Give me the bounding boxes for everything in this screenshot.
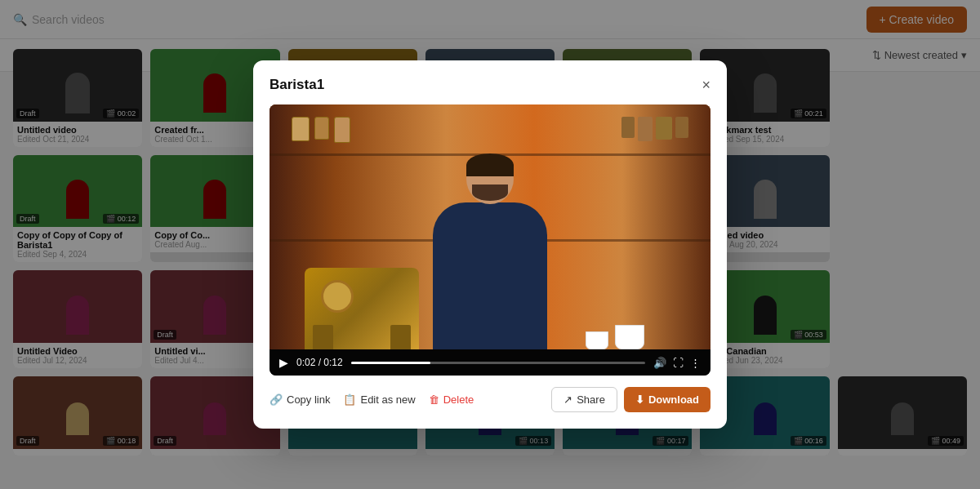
fullscreen-button[interactable]: ⛶ bbox=[673, 357, 684, 369]
share-icon: ↗ bbox=[564, 393, 572, 406]
volume-button[interactable]: 🔊 bbox=[653, 357, 666, 369]
edit-as-new-label: Edit as new bbox=[360, 393, 415, 406]
footer-actions-right: ↗ Share ⬇ Download bbox=[551, 387, 710, 412]
trash-icon: 🗑 bbox=[429, 393, 439, 406]
progress-fill bbox=[351, 362, 430, 364]
video-controls: ▶ 0:02 / 0:12 🔊 ⛶ ⋮ bbox=[270, 349, 710, 376]
edit-as-new-button[interactable]: 📋 Edit as new bbox=[343, 393, 415, 406]
download-button[interactable]: ⬇ Download bbox=[624, 387, 710, 412]
footer-actions-left: 🔗 Copy link 📋 Edit as new 🗑 Delete bbox=[270, 393, 474, 406]
delete-label: Delete bbox=[443, 393, 474, 406]
copy-link-button[interactable]: 🔗 Copy link bbox=[270, 393, 330, 406]
link-icon: 🔗 bbox=[270, 393, 283, 406]
modal-header: Barista1 × bbox=[270, 77, 710, 93]
download-label: Download bbox=[648, 393, 699, 406]
control-icons: 🔊 ⛶ ⋮ bbox=[653, 357, 701, 369]
download-icon: ⬇ bbox=[635, 393, 644, 406]
modal-footer: 🔗 Copy link 📋 Edit as new 🗑 Delete ↗ Sha… bbox=[270, 387, 710, 412]
video-modal: Barista1 × bbox=[253, 60, 727, 429]
copy-link-label: Copy link bbox=[287, 393, 330, 406]
modal-overlay[interactable]: Barista1 × bbox=[0, 0, 980, 489]
progress-bar[interactable] bbox=[351, 362, 645, 364]
video-player: ▶ 0:02 / 0:12 🔊 ⛶ ⋮ bbox=[270, 104, 710, 376]
delete-button[interactable]: 🗑 Delete bbox=[429, 393, 474, 406]
share-label: Share bbox=[577, 393, 605, 406]
time-display: 0:02 / 0:12 bbox=[296, 357, 343, 368]
play-button[interactable]: ▶ bbox=[279, 356, 288, 369]
edit-icon: 📋 bbox=[343, 393, 356, 406]
modal-title: Barista1 bbox=[270, 77, 324, 93]
video-frame bbox=[270, 104, 710, 349]
close-button[interactable]: × bbox=[702, 78, 710, 92]
more-options-button[interactable]: ⋮ bbox=[690, 357, 701, 369]
share-button[interactable]: ↗ Share bbox=[551, 387, 617, 412]
